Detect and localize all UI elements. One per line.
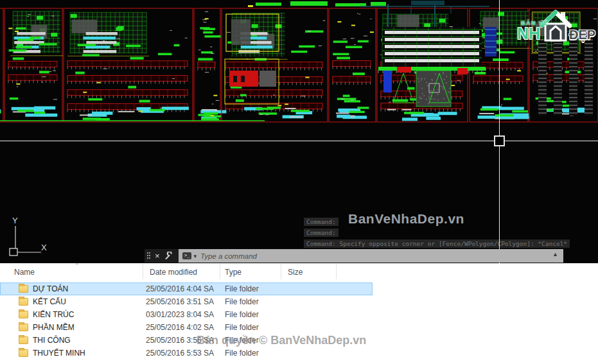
folder-icon [19, 336, 28, 344]
folder-icon [19, 285, 28, 293]
file-row[interactable]: PHẦN MỀM25/05/2016 4:02 SAFile folder [0, 321, 373, 334]
file-date: 25/05/2016 5:53 SA [146, 349, 214, 358]
command-prompt-icon[interactable]: >_ [182, 252, 191, 259]
command-bar: × >_ ▾ Type a command ▲ [145, 249, 563, 263]
scroll-up-icon[interactable]: ▲ [552, 251, 558, 257]
banvenhadep-logo: BẢN VẼ NH ĐẸP [514, 8, 597, 45]
file-date: 25/05/2016 3:51 SA [146, 297, 214, 306]
column-header-date-modified[interactable]: Date modified [150, 268, 197, 277]
chevron-down-icon[interactable]: ▾ [193, 253, 197, 259]
column-divider[interactable] [281, 264, 281, 279]
watermark-bottom: Bản quyền © BanVeNhaDep.vn [197, 334, 366, 347]
file-date: 03/01/2023 8:04 SA [146, 310, 214, 319]
command-history-line: Command: [304, 218, 339, 226]
folder-icon [19, 311, 28, 318]
folder-icon [19, 349, 28, 357]
cursor-pickbox [494, 135, 505, 146]
file-row[interactable]: THUYẾT MINH25/05/2016 5:53 SAFile folder [0, 347, 373, 360]
app-window: BẢN VẼ NH ĐẸP Y X BanVeNhaDep.vn Command… [0, 0, 598, 364]
file-name: THI CÔNG [33, 336, 71, 345]
logo-text-nh: NH [517, 24, 540, 43]
command-history: Command: Command: Command: Specify oppos… [304, 218, 570, 250]
column-divider[interactable] [336, 264, 337, 279]
command-history-line: Command: Specify opposite corner or [Fen… [304, 239, 570, 248]
file-row[interactable]: KIẾN TRÚC03/01/2023 8:04 SAFile folder [0, 308, 373, 321]
command-input[interactable]: >_ ▾ Type a command ▲ [179, 249, 563, 263]
column-header-type[interactable]: Type [225, 268, 242, 277]
ucs-x-label: X [41, 243, 47, 252]
command-bar-handle-group: × [145, 249, 179, 263]
column-divider[interactable] [220, 264, 220, 279]
file-explorer-panel: ⌃ Name Date modified Type Size DỰ TOÁN25… [0, 263, 598, 364]
command-history-line: Command: [304, 229, 339, 237]
file-name: DỰ TOÁN [33, 284, 68, 293]
cad-drawings [0, 0, 598, 126]
file-date: 25/05/2016 4:04 SA [146, 284, 214, 293]
file-type: File folder [225, 310, 259, 319]
folder-icon [19, 324, 28, 331]
drag-handle-icon[interactable] [149, 252, 150, 259]
file-row[interactable]: DỰ TOÁN25/05/2016 4:04 SAFile folder [0, 282, 373, 295]
folder-icon [19, 298, 28, 306]
file-row[interactable]: KẾT CẤU25/05/2016 3:51 SAFile folder [0, 295, 373, 308]
column-divider[interactable] [143, 264, 143, 279]
sort-ascending-icon[interactable]: ⌃ [75, 263, 80, 268]
column-header-size[interactable]: Size [288, 268, 303, 277]
ucs-icon: Y X [0, 212, 71, 263]
file-name: PHẦN MỀM [33, 323, 75, 332]
file-name: KIẾN TRÚC [33, 310, 74, 319]
ucs-y-label: Y [12, 216, 18, 225]
customize-wrench-icon[interactable] [164, 252, 173, 260]
file-rows: DỰ TOÁN25/05/2016 4:04 SAFile folderKẾT … [0, 282, 598, 360]
close-icon[interactable]: × [155, 252, 160, 260]
logo-text-dep: ĐẸP [569, 28, 595, 42]
file-type: File folder [225, 349, 259, 358]
command-placeholder: Type a command [200, 252, 257, 260]
file-type: File folder [225, 297, 259, 306]
file-type: File folder [225, 284, 259, 293]
file-date: 25/05/2016 4:02 SA [146, 323, 214, 332]
crosshair-horizontal [0, 141, 598, 141]
crosshair-vertical [499, 0, 500, 263]
column-header-name[interactable]: Name [14, 268, 35, 277]
cad-viewport[interactable]: BẢN VẼ NH ĐẸP Y X BanVeNhaDep.vn Command… [0, 0, 598, 263]
file-name: KẾT CẤU [33, 297, 66, 306]
file-name: THUYẾT MINH [33, 349, 85, 358]
file-type: File folder [225, 323, 259, 332]
file-list-header: ⌃ Name Date modified Type Size [0, 263, 598, 281]
